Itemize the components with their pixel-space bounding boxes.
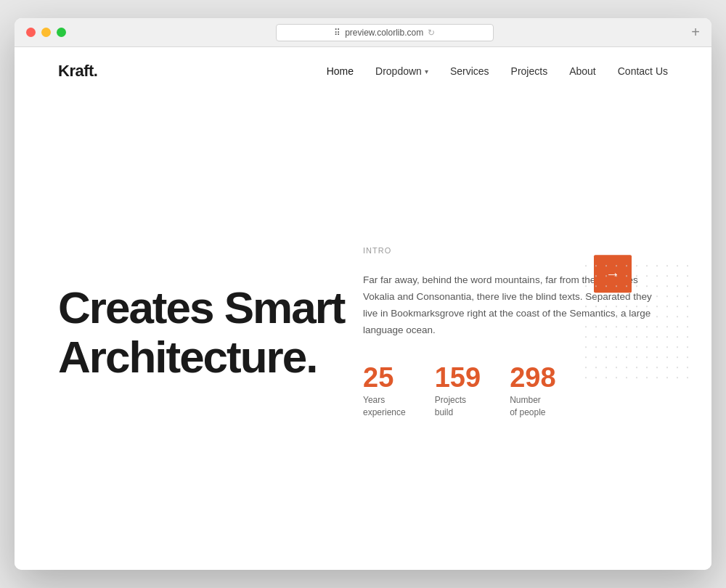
browser-buttons	[26, 28, 66, 37]
intro-label: INTRO	[363, 246, 653, 255]
nav-item-contact[interactable]: Contact Us	[618, 65, 668, 78]
chevron-down-icon: ▾	[425, 68, 428, 75]
close-button[interactable]	[26, 28, 36, 37]
browser-window: ⠿ preview.colorlib.com ↻ + Kraft. Home D…	[15, 18, 711, 570]
nav-item-services[interactable]: Services	[450, 65, 489, 78]
dropdown-label: Dropdown	[375, 65, 422, 77]
nav-item-dropdown[interactable]: Dropdown ▾	[375, 65, 428, 77]
browser-addressbar: ⠿ preview.colorlib.com ↻	[78, 24, 691, 41]
lock-icon: ⠿	[334, 28, 340, 38]
site-logo[interactable]: Kraft.	[58, 62, 97, 81]
stat-number-people: 298	[510, 364, 555, 391]
website-content: Kraft. Home Dropdown ▾ Services Projects	[15, 47, 711, 570]
hero-title-block: Creates Smart Architecture.	[58, 283, 363, 382]
hero-title-line2: Architecture.	[58, 332, 317, 382]
new-tab-button[interactable]: +	[691, 24, 700, 41]
stat-label-people: Number of people	[510, 394, 555, 419]
hero-title-line1: Creates Smart	[58, 282, 344, 332]
address-bar[interactable]: ⠿ preview.colorlib.com ↻	[276, 24, 494, 41]
stat-years: 25 Years experience	[363, 364, 406, 419]
browser-titlebar: ⠿ preview.colorlib.com ↻ +	[15, 18, 711, 47]
hero-title: Creates Smart Architecture.	[58, 283, 363, 382]
stat-number-years: 25	[363, 364, 406, 391]
stat-projects: 159 Projects build	[435, 364, 481, 419]
nav-item-about[interactable]: About	[569, 65, 596, 78]
nav-link-projects[interactable]: Projects	[511, 65, 548, 77]
stat-people: 298 Number of people	[510, 364, 555, 419]
nav-link-about[interactable]: About	[569, 65, 596, 77]
nav-link-contact[interactable]: Contact Us	[618, 65, 668, 77]
navigation: Kraft. Home Dropdown ▾ Services Projects	[15, 47, 711, 95]
nav-link-dropdown[interactable]: Dropdown ▾	[375, 65, 428, 77]
stat-label-years: Years experience	[363, 394, 406, 419]
refresh-icon[interactable]: ↻	[428, 28, 435, 38]
nav-link-services[interactable]: Services	[450, 65, 489, 77]
minimize-button[interactable]	[41, 28, 51, 37]
stat-number-projects: 159	[435, 364, 481, 391]
nav-item-home[interactable]: Home	[327, 65, 354, 78]
nav-links: Home Dropdown ▾ Services Projects About	[327, 65, 668, 78]
hero-section: Creates Smart Architecture. INTRO Far fa…	[15, 95, 711, 570]
hero-decorations	[581, 255, 690, 384]
nav-item-projects[interactable]: Projects	[511, 65, 548, 78]
maximize-button[interactable]	[57, 28, 66, 37]
stat-label-projects: Projects build	[435, 394, 481, 419]
nav-link-home[interactable]: Home	[327, 65, 354, 77]
dot-grid-decoration	[581, 261, 690, 384]
url-text: preview.colorlib.com	[345, 28, 423, 38]
